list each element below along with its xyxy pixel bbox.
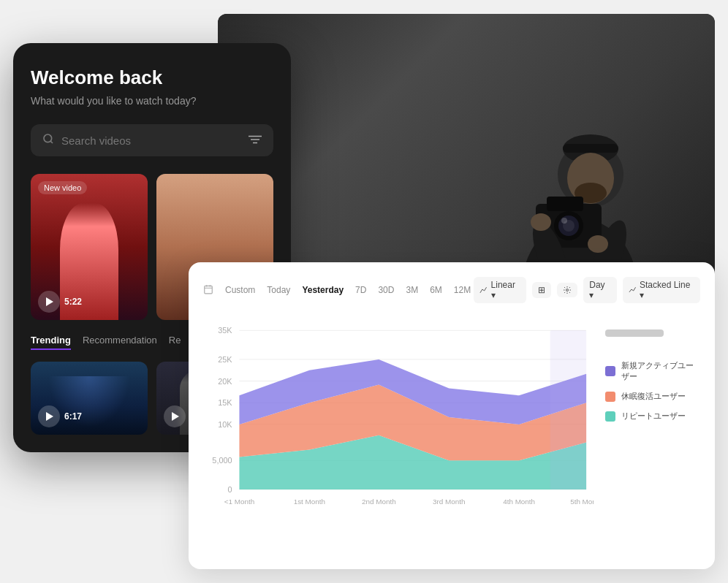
legend-item-1: 新規アクティブユーザー	[605, 360, 700, 382]
legend-label-2: 休眠復活ユーザー	[621, 391, 686, 402]
stacked-line-control[interactable]: Stacked Line ▾	[623, 277, 700, 303]
svg-text:0: 0	[228, 485, 232, 494]
scene: Welcome back What would you like to watc…	[13, 14, 715, 569]
duration-2: 6:17	[64, 411, 82, 422]
tab-re[interactable]: Re	[169, 335, 181, 350]
chart-legend: 新規アクティブユーザー 休眠復活ユーザー リピートユーザー	[605, 315, 700, 541]
chart-time-filters: Custom Today Yesterday 7D 30D 3M 6M 12M	[203, 283, 474, 297]
chart-main: 35K 25K 20K 15K 10K 5,000 0	[203, 315, 594, 541]
day-control[interactable]: Day ▾	[583, 277, 616, 303]
filter-3m[interactable]: 3M	[403, 283, 421, 297]
video-thumb-1[interactable]: New video 5:22	[31, 174, 148, 320]
svg-text:20K: 20K	[218, 377, 232, 386]
svg-text:2nd Month: 2nd Month	[362, 498, 396, 506]
chart-controls: Linear ▾ ⊞ Day ▾ Stacked Line ▾	[474, 277, 700, 303]
svg-text:3rd Month: 3rd Month	[433, 498, 465, 506]
legend-placeholder	[605, 329, 664, 337]
svg-rect-21	[205, 286, 213, 294]
svg-text:4th Month: 4th Month	[503, 498, 535, 506]
chart-area: 35K 25K 20K 15K 10K 5,000 0	[203, 315, 700, 541]
svg-text:35K: 35K	[218, 326, 232, 335]
filter-icon[interactable]	[249, 134, 262, 147]
svg-rect-7	[547, 197, 583, 211]
svg-rect-3	[563, 144, 618, 153]
svg-point-25	[566, 289, 569, 292]
welcome-title: Welcome back	[31, 66, 273, 89]
filter-custom[interactable]: Custom	[222, 283, 258, 297]
chart-toolbar: Custom Today Yesterday 7D 30D 3M 6M 12M …	[203, 277, 700, 303]
filter-today[interactable]: Today	[264, 283, 293, 297]
stacked-area-chart: 35K 25K 20K 15K 10K 5,000 0	[203, 315, 594, 519]
svg-text:1st Month: 1st Month	[294, 498, 325, 506]
svg-text:5,000: 5,000	[212, 456, 232, 465]
legend-color-1	[605, 366, 615, 376]
play-button-1[interactable]: 5:22	[38, 291, 82, 313]
calendar-icon	[203, 284, 213, 297]
svg-rect-49	[550, 330, 586, 489]
svg-text:5th Month: 5th Month	[570, 498, 594, 506]
filter-12m[interactable]: 12M	[451, 283, 474, 297]
search-icon	[42, 133, 54, 148]
settings-control[interactable]	[557, 283, 577, 297]
svg-point-14	[588, 235, 608, 253]
new-video-badge: New video	[38, 181, 87, 194]
duration-1: 5:22	[64, 297, 82, 307]
welcome-subtitle: What would you like to watch today?	[31, 95, 273, 107]
filter-yesterday[interactable]: Yesterday	[299, 283, 346, 297]
svg-text:25K: 25K	[218, 355, 232, 364]
linear-control[interactable]: Linear ▾	[474, 277, 526, 303]
search-bar[interactable]: Search videos	[31, 124, 273, 156]
svg-text:15K: 15K	[218, 398, 232, 407]
chart-card: Custom Today Yesterday 7D 30D 3M 6M 12M …	[189, 262, 715, 569]
legend-item-2: 休眠復活ユーザー	[605, 391, 700, 402]
legend-color-3	[605, 411, 615, 422]
grid-control[interactable]: ⊞	[532, 282, 551, 298]
search-input-placeholder: Search videos	[61, 134, 241, 147]
legend-label-3: リピートユーザー	[621, 411, 686, 422]
svg-point-15	[561, 218, 567, 224]
tab-recommendation[interactable]: Recommendation	[83, 335, 157, 350]
svg-point-13	[531, 213, 551, 231]
legend-label-1: 新規アクティブユーザー	[621, 360, 700, 382]
trending-thumb-1[interactable]: 6:17	[31, 362, 148, 435]
svg-point-16	[44, 134, 52, 142]
svg-line-17	[50, 141, 53, 143]
filter-7d[interactable]: 7D	[352, 283, 369, 297]
legend-item-3: リピートユーザー	[605, 411, 700, 422]
filter-30d[interactable]: 30D	[375, 283, 397, 297]
tab-trending[interactable]: Trending	[31, 335, 71, 350]
play-button-2[interactable]: 6:17	[38, 405, 82, 427]
svg-text:<1 Month: <1 Month	[224, 498, 254, 506]
legend-color-2	[605, 392, 615, 402]
filter-6m[interactable]: 6M	[427, 283, 445, 297]
svg-text:10K: 10K	[218, 420, 232, 429]
